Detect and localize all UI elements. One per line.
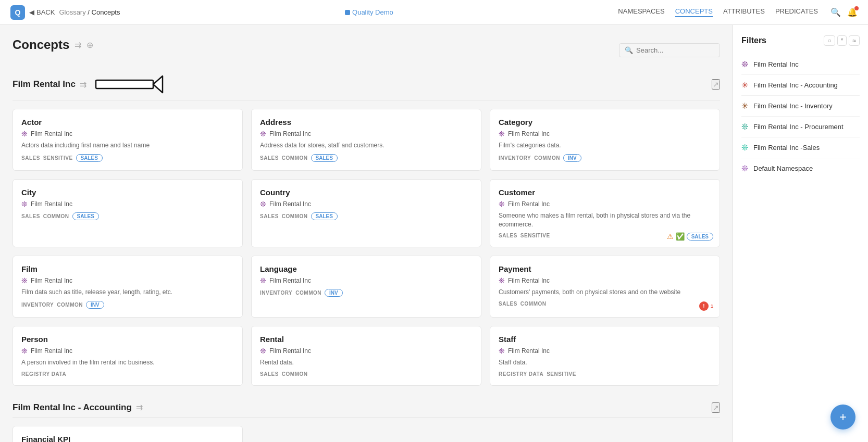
card-desc-actor: Actors data including first name and las… [21,141,234,150]
card-icons-payment: ! 1 [699,301,713,311]
card-rental[interactable]: Rental ❊ Film Rental Inc Rental data. SA… [251,326,481,386]
card-tags-rental: SALES COMMON [260,371,473,377]
card-person[interactable]: Person ❊ Film Rental Inc A person involv… [13,326,243,386]
notification-button[interactable]: 🔔 [847,7,858,17]
namespace-icon-actor: ❊ [21,130,28,138]
filter-item-film-rental-inc[interactable]: ❊ Film Rental Inc [741,54,860,75]
back-button[interactable]: ◀ BACK [29,8,55,16]
share-icon-button[interactable]: ⇉ [75,40,81,50]
namespace-icon-city: ❊ [21,200,28,208]
namespace-icon-rental: ❊ [260,347,266,355]
card-address[interactable]: Address ❊ Film Rental Inc Address data f… [251,109,481,171]
card-film[interactable]: Film ❊ Film Rental Inc Film data such as… [13,256,243,318]
section-share-icon-accounting[interactable]: ⇉ [136,402,143,412]
app-logo[interactable]: Q [10,5,25,20]
filter-icon-procurement: ❊ [741,122,748,132]
filter-item-inventory[interactable]: ✳ Film Rental Inc - Inventory [741,96,860,117]
card-tags-category: INVENTORY COMMON INV [499,154,711,162]
tag-sales: SALES [21,155,40,161]
search-input[interactable] [636,46,714,54]
tag-sales: SALES [499,301,517,307]
filter-btn-circle[interactable]: ○ [824,35,835,46]
card-desc-customer: Someone who makes a film rental, both in… [499,211,711,229]
namespace-name-payment: Film Rental Inc [508,277,550,284]
badge-category: INV [563,154,581,162]
cards-grid-film-rental-inc: Actor ❊ Film Rental Inc Actors data incl… [13,109,720,386]
card-category[interactable]: Category ❊ Film Rental Inc Film's catego… [490,109,720,171]
namespace-name-film: Film Rental Inc [31,277,72,284]
card-tags-address: SALES COMMON SALES [260,154,473,162]
namespace-name-actor: Film Rental Inc [31,130,72,137]
card-country[interactable]: Country ❊ Film Rental Inc SALES COMMON S… [251,179,481,248]
namespace-icon-payment: ❊ [499,276,505,285]
filter-label-sales: Film Rental Inc -Sales [753,144,820,151]
section-film-rental-inc: Film Rental Inc ⇉ ↗ Actor ❊ [13,73,720,386]
filter-icon-accounting: ✳ [741,80,748,90]
section-header: Film Rental Inc ⇉ ↗ [13,73,720,100]
namespace-name-category: Film Rental Inc [508,130,550,137]
sidebar-title: Filters [741,36,766,45]
card-namespace-country: ❊ Film Rental Inc [260,200,473,208]
filter-item-accounting[interactable]: ✳ Film Rental Inc - Accounting [741,75,860,96]
badge-city: SALES [72,212,99,220]
add-icon-button[interactable]: ⊕ [86,40,93,50]
card-staff[interactable]: Staff ❊ Film Rental Inc Staff data. REGI… [490,326,720,386]
breadcrumb-glossary[interactable]: Glossary [59,8,85,16]
filter-btn-star[interactable]: * [837,35,847,46]
card-tags-city: SALES COMMON SALES [21,212,234,220]
nav-namespaces[interactable]: NAMESPACES [618,7,664,17]
nav-attributes[interactable]: ATTRIBUTES [723,7,765,17]
card-payment[interactable]: Payment ❊ Film Rental Inc Customers' pay… [490,256,720,318]
namespace-name-country: Film Rental Inc [269,200,311,208]
filter-item-default[interactable]: ❊ Default Namespace [741,158,860,179]
filter-icon-film-rental-inc: ❊ [741,59,748,69]
card-desc-person: A person involved in the film rental inc… [21,358,234,367]
card-namespace-customer: ❊ Film Rental Inc [499,200,711,208]
nav-concepts[interactable]: CONCEPTS [675,7,713,17]
badge-language: INV [325,289,343,297]
tag-common: COMMON [282,213,308,219]
fab-add-button[interactable]: + [830,405,855,430]
sidebar-header: Filters ○ * ≈ [741,35,860,46]
card-actor[interactable]: Actor ❊ Film Rental Inc Actors data incl… [13,109,243,171]
search-icon: 🔍 [625,46,633,54]
tag-sensitive: SENSITIVE [43,155,73,161]
card-title-payment: Payment [499,264,711,273]
section-title-accounting: Film Rental Inc - Accounting [13,402,132,413]
card-desc-film: Film data such as title, release year, l… [21,288,234,297]
section-external-link[interactable]: ↗ [712,79,720,90]
card-financial-kpi[interactable]: Financial KPI ✳ Film Rental Inc - Accoun… [13,426,243,442]
card-customer[interactable]: Customer ❊ Film Rental Inc Someone who m… [490,179,720,248]
section-share-icon[interactable]: ⇉ [80,80,86,90]
nav-predicates[interactable]: PREDICATES [775,7,818,17]
filter-label-procurement: Film Rental Inc - Procurement [753,123,844,131]
filter-btn-approx[interactable]: ≈ [849,35,860,46]
tag-common: COMMON [282,371,308,377]
card-namespace-payment: ❊ Film Rental Inc [499,276,711,285]
search-box[interactable]: 🔍 [619,43,720,57]
tag-sales: SALES [21,213,40,219]
filter-item-sales[interactable]: ❊ Film Rental Inc -Sales [741,137,860,158]
card-namespace-language: ❊ Film Rental Inc [260,276,473,285]
nav-links: NAMESPACES CONCEPTS ATTRIBUTES PREDICATE… [618,7,818,17]
main-layout: Concepts ⇉ ⊕ 🔍 Film Rental Inc ⇉ [0,25,868,442]
card-title-customer: Customer [499,188,711,197]
namespace-icon-person: ❊ [21,347,28,355]
card-tags-language: INVENTORY COMMON INV [260,289,473,297]
quality-dot-icon [345,10,350,15]
tag-common: COMMON [43,213,69,219]
filter-buttons-group: ○ * ≈ [824,35,860,46]
search-button[interactable]: 🔍 [830,7,841,17]
card-city[interactable]: City ❊ Film Rental Inc SALES COMMON SALE… [13,179,243,248]
card-namespace-category: ❊ Film Rental Inc [499,130,711,138]
filter-label-accounting: Film Rental Inc - Accounting [753,81,838,89]
section-external-link-accounting[interactable]: ↗ [712,402,720,413]
card-namespace-person: ❊ Film Rental Inc [21,347,234,355]
back-label[interactable]: BACK [36,8,55,16]
card-title-city: City [21,188,234,197]
card-namespace-film: ❊ Film Rental Inc [21,276,234,285]
error-count-payment: 1 [711,304,713,309]
warning-icon: ⚠ [667,232,674,241]
filter-item-procurement[interactable]: ❊ Film Rental Inc - Procurement [741,117,860,137]
card-language[interactable]: Language ❊ Film Rental Inc INVENTORY COM… [251,256,481,318]
